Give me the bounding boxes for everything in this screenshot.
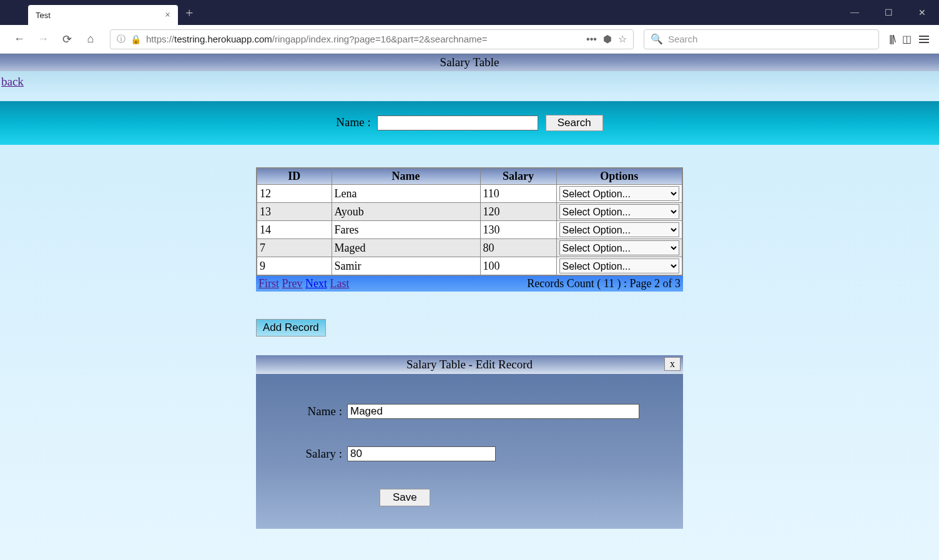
lock-icon: 🔒 xyxy=(130,34,141,44)
pager-prev[interactable]: Prev xyxy=(282,277,303,290)
close-icon[interactable]: × xyxy=(165,9,170,21)
cell-id: 7 xyxy=(257,239,332,257)
tab-title: Test xyxy=(36,11,160,20)
table-row: 14Fares130Select Option... xyxy=(257,221,682,239)
minimize-icon[interactable]: — xyxy=(838,0,872,25)
cell-name: Lena xyxy=(332,185,480,203)
options-select[interactable]: Select Option... xyxy=(559,258,680,273)
edit-title: Salary Table - Edit Record xyxy=(406,358,533,371)
table-row: 7Maged80Select Option... xyxy=(257,239,682,257)
page: Salary Table back Name : Search ID Name … xyxy=(0,54,939,560)
tab-bar: Test × + xyxy=(0,0,193,25)
col-id: ID xyxy=(257,168,332,185)
cell-salary: 110 xyxy=(480,185,556,203)
reload-icon[interactable]: ⟳ xyxy=(57,30,76,49)
search-icon: 🔍 xyxy=(651,33,663,45)
viewport[interactable]: Salary Table back Name : Search ID Name … xyxy=(0,54,939,560)
pocket-icon[interactable]: ⬢ xyxy=(603,33,612,45)
options-select[interactable]: Select Option... xyxy=(559,186,680,201)
edit-panel: Salary Table - Edit Record x Name : Sala… xyxy=(256,355,683,529)
url-bar[interactable]: ⓘ 🔒 https://testring.herokuapp.com/ringa… xyxy=(110,29,634,49)
cell-salary: 120 xyxy=(480,203,556,221)
url-text: https://testring.herokuapp.com/ringapp/i… xyxy=(146,34,581,44)
edit-name-input[interactable] xyxy=(347,404,639,419)
cell-options: Select Option... xyxy=(556,203,682,221)
info-icon[interactable]: ⓘ xyxy=(117,34,125,45)
options-select[interactable]: Select Option... xyxy=(559,222,680,237)
options-select[interactable]: Select Option... xyxy=(559,240,680,255)
cell-options: Select Option... xyxy=(556,185,682,203)
window-controls: — ☐ ✕ xyxy=(838,0,939,25)
sidebar-icon[interactable]: ◫ xyxy=(902,33,912,45)
pager-last[interactable]: Last xyxy=(330,277,350,290)
edit-body: Name : Salary : Save xyxy=(256,374,683,529)
cell-salary: 130 xyxy=(480,221,556,239)
save-button[interactable]: Save xyxy=(380,489,430,506)
forward-icon[interactable]: → xyxy=(34,30,52,49)
cell-id: 9 xyxy=(257,257,332,276)
page-title: Salary Table xyxy=(0,54,939,71)
col-name: Name xyxy=(332,168,480,185)
add-record-button[interactable]: Add Record xyxy=(256,319,326,336)
browser-titlebar: Test × + — ☐ ✕ xyxy=(0,0,939,25)
cell-name: Fares xyxy=(332,221,480,239)
cell-options: Select Option... xyxy=(556,257,682,276)
pager: First Prev Next Last Records Count ( 11 … xyxy=(256,276,683,292)
search-bar: Name : Search xyxy=(0,101,939,145)
content: ID Name Salary Options 12Lena110Select O… xyxy=(256,167,683,529)
col-options: Options xyxy=(556,168,682,185)
new-tab-icon[interactable]: + xyxy=(185,5,193,21)
browser-toolbar: ← → ⟳ ⌂ ⓘ 🔒 https://testring.herokuapp.c… xyxy=(0,25,939,54)
data-table: ID Name Salary Options 12Lena110Select O… xyxy=(256,167,683,276)
star-icon[interactable]: ☆ xyxy=(618,33,627,45)
col-salary: Salary xyxy=(480,168,556,185)
back-icon[interactable]: ← xyxy=(10,30,29,49)
cell-options: Select Option... xyxy=(556,221,682,239)
table-row: 9Samir100Select Option... xyxy=(257,257,682,276)
cell-id: 14 xyxy=(257,221,332,239)
home-icon[interactable]: ⌂ xyxy=(81,30,100,49)
search-label: Name : xyxy=(336,115,370,129)
edit-close-button[interactable]: x xyxy=(664,357,681,371)
cell-name: Samir xyxy=(332,257,480,276)
maximize-icon[interactable]: ☐ xyxy=(872,0,905,25)
cell-salary: 100 xyxy=(480,257,556,276)
search-placeholder: Search xyxy=(668,34,698,44)
browser-tab[interactable]: Test × xyxy=(28,5,178,25)
cell-name: Ayoub xyxy=(332,203,480,221)
search-input[interactable] xyxy=(377,115,538,130)
back-link[interactable]: back xyxy=(0,71,24,92)
table-row: 12Lena110Select Option... xyxy=(257,185,682,203)
cell-id: 12 xyxy=(257,185,332,203)
library-icon[interactable]: |||\ xyxy=(889,34,895,45)
cell-options: Select Option... xyxy=(556,239,682,257)
table-row: 13Ayoub120Select Option... xyxy=(257,203,682,221)
cell-salary: 80 xyxy=(480,239,556,257)
menu-icon[interactable] xyxy=(919,36,929,43)
pager-first[interactable]: First xyxy=(258,277,279,290)
search-box[interactable]: 🔍 Search xyxy=(644,29,879,49)
pager-info: Records Count ( 11 ) : Page 2 of 3 xyxy=(527,277,681,290)
cell-name: Maged xyxy=(332,239,480,257)
options-select[interactable]: Select Option... xyxy=(559,204,680,219)
pager-next[interactable]: Next xyxy=(305,277,327,290)
edit-name-label: Name : xyxy=(296,405,342,418)
close-window-icon[interactable]: ✕ xyxy=(905,0,939,25)
edit-header: Salary Table - Edit Record x xyxy=(256,355,683,374)
edit-salary-label: Salary : xyxy=(296,447,342,461)
more-icon[interactable]: ••• xyxy=(586,34,597,45)
search-button[interactable]: Search xyxy=(546,115,603,131)
edit-salary-input[interactable] xyxy=(347,446,496,461)
cell-id: 13 xyxy=(257,203,332,221)
